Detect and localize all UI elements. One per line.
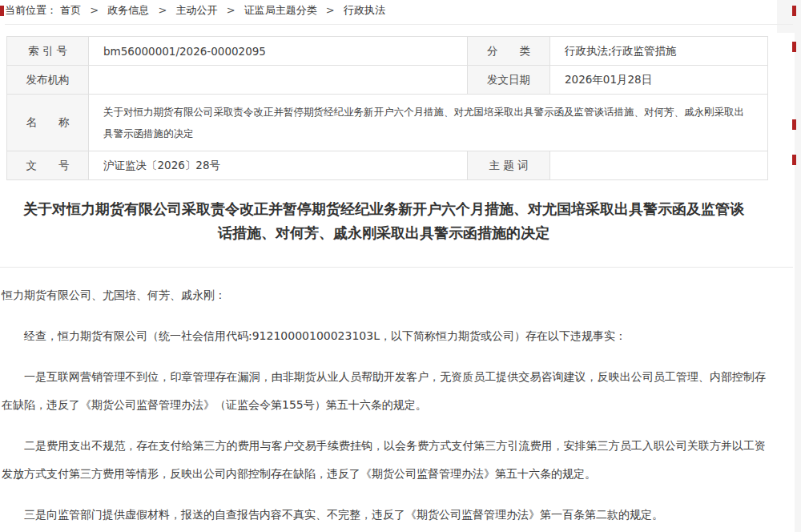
breadcrumb-item-gov-info[interactable]: 政务信息 <box>107 4 149 16</box>
issue-date-value: 2026年01月28日 <box>550 66 768 95</box>
breadcrumb-item-bureau-topics[interactable]: 证监局主题分类 <box>244 4 317 16</box>
breadcrumb-item-public-disclosure[interactable]: 主动公开 <box>176 4 218 16</box>
right-edge-red-marker <box>792 119 796 130</box>
violation-1-paragraph: 一是互联网营销管理不到位，印章管理存在漏洞，由非期货从业人员帮助开发客户，无资质… <box>2 363 766 419</box>
document-metadata-table: 索 引 号 bm56000001/2026-00002095 分 类 行政执法;… <box>6 36 768 180</box>
document-page: 当前位置： 首页 > 政务信息 > 主动公开 > 证监局主题分类 > 行政执法 … <box>0 0 801 532</box>
right-edge-red-marker <box>792 155 796 165</box>
page-right-gutter <box>795 0 801 532</box>
table-row: 索 引 号 bm56000001/2026-00002095 分 类 行政执法;… <box>7 37 768 66</box>
violation-2-paragraph: 二是费用支出不规范，存在支付给第三方的费用与客户交易手续费挂钩，以会务费方式支付… <box>2 432 766 488</box>
breadcrumb-separator: > <box>90 4 99 16</box>
breadcrumb-prefix: 当前位置： <box>5 4 57 16</box>
name-label: 名 称 <box>7 95 89 151</box>
breadcrumb-separator: > <box>326 4 335 16</box>
category-label: 分 类 <box>468 37 550 66</box>
facts-intro-paragraph: 经查，恒力期货有限公司（统一社会信用代码:91210000100023103L，… <box>2 322 766 350</box>
left-edge-red-marker <box>0 6 4 16</box>
index-number-value: bm56000001/2026-00002095 <box>89 37 468 66</box>
violation-3-paragraph: 三是向监管部门提供虚假材料，报送的自查报告内容不真实、不完整，违反了《期货公司监… <box>2 501 766 529</box>
issuing-agency-value <box>89 66 468 95</box>
document-body: 恒力期货有限公司、尤国培、何芳、戚永刚： 经查，恒力期货有限公司（统一社会信用代… <box>2 281 766 529</box>
right-edge-red-marker <box>792 42 796 52</box>
name-value: 关于对恒力期货有限公司采取责令改正并暂停期货经纪业务新开户六个月措施、对尤国培采… <box>89 95 768 151</box>
table-row: 发布机构 发文日期 2026年01月28日 <box>7 66 768 95</box>
breadcrumb-separator: > <box>158 4 167 16</box>
issue-date-label: 发文日期 <box>468 66 550 95</box>
breadcrumb: 当前位置： 首页 > 政务信息 > 主动公开 > 证监局主题分类 > 行政执法 <box>5 0 793 25</box>
issuing-agency-label: 发布机构 <box>7 66 89 95</box>
table-row: 名 称 关于对恒力期货有限公司采取责令改正并暂停期货经纪业务新开户六个月措施、对… <box>7 95 768 151</box>
breadcrumb-item-enforcement[interactable]: 行政执法 <box>344 4 385 16</box>
salutation-paragraph: 恒力期货有限公司、尤国培、何芳、戚永刚： <box>2 281 766 309</box>
breadcrumb-item-home[interactable]: 首页 <box>60 4 81 16</box>
index-number-label: 索 引 号 <box>7 37 89 66</box>
document-content: 关于对恒力期货有限公司采取责令改正并暂停期货经纪业务新开户六个月措施、对尤国培采… <box>0 173 767 245</box>
document-title: 关于对恒力期货有限公司采取责令改正并暂停期货经纪业务新开户六个月措施、对尤国培采… <box>22 197 745 245</box>
breadcrumb-separator: > <box>227 4 235 16</box>
category-value: 行政执法;行政监管措施 <box>550 37 768 66</box>
document-body-wrap: 恒力期货有限公司、尤国培、何芳、戚永刚： 经查，恒力期货有限公司（统一社会信用代… <box>0 267 767 529</box>
